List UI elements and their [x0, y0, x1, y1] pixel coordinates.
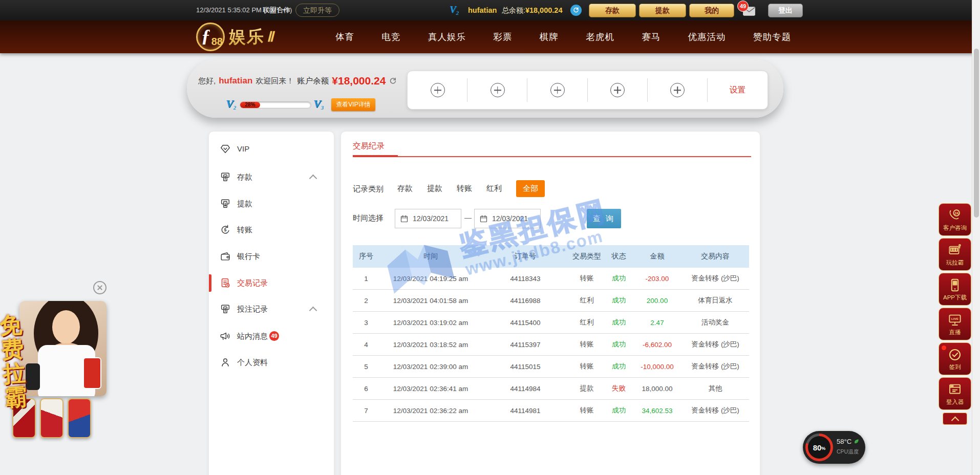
date-to-input[interactable]: 12/03/2021	[474, 209, 541, 228]
cell-order: 44115397	[482, 334, 569, 356]
withdraw-button[interactable]: 提款	[639, 4, 686, 17]
table-row: 3 12/03/2021 03:19:02 am 44115400 红利 成功 …	[353, 312, 749, 334]
col-status: 状态	[605, 245, 633, 268]
cell-amount: -6,602.00	[633, 334, 681, 356]
vip-num: 2	[456, 10, 459, 16]
cell-status: 成功	[605, 334, 633, 356]
search-button[interactable]: 查 询	[587, 209, 621, 228]
deposit-button[interactable]: 存款	[589, 4, 636, 17]
messages-button[interactable]: 49	[737, 1, 763, 20]
login-tool-icon	[947, 382, 963, 397]
chevron-up-icon	[951, 416, 959, 424]
sidebar-item-transaction-records[interactable]: 交易记录	[209, 273, 334, 293]
col-order: 订单号	[482, 245, 569, 268]
filter-option-deposit[interactable]: 存款	[397, 184, 413, 193]
nav-item-horse-racing[interactable]: 赛马	[642, 31, 661, 43]
sidebar-item-bank-card[interactable]: 银行卡	[209, 246, 334, 267]
quick-add-slot-2[interactable]	[467, 71, 527, 109]
page: 12/3/2021 5:35:02 PM (GMT +8) 联盟合作 立即升等 …	[0, 0, 980, 475]
filter-option-transfer[interactable]: 转账	[457, 184, 472, 193]
promo-thumbnail[interactable]	[40, 398, 63, 438]
nav-item-sports[interactable]: 体育	[335, 31, 354, 43]
sidebar-item-bet-records[interactable]: 投注记录	[209, 299, 334, 319]
promo-banner[interactable]: 免 费 拉 霸	[0, 298, 109, 446]
cell-time: 12/03/2021 03:18:52 am	[379, 334, 482, 356]
cell-type: 提款	[569, 378, 605, 400]
vip-current-v: V	[226, 97, 233, 110]
nav-item-lottery[interactable]: 彩票	[493, 31, 512, 43]
quick-add-slot-5[interactable]	[648, 71, 708, 109]
nav-item-board-games[interactable]: 棋牌	[540, 31, 559, 43]
vip-next-icon: V3	[313, 97, 324, 111]
cell-type: 转账	[569, 334, 605, 356]
filter-option-withdraw[interactable]: 提款	[427, 184, 442, 193]
tab-transaction-records[interactable]: 交易纪录	[353, 141, 385, 152]
live-stream-button[interactable]: LIVE 直播	[939, 308, 971, 340]
calendar-icon	[400, 214, 409, 223]
cell-type: 红利	[569, 290, 605, 312]
cpu-usage-value: 80%	[808, 436, 830, 459]
alliance-link[interactable]: 联盟合作	[263, 0, 290, 20]
collapse-menu-button[interactable]	[943, 413, 967, 425]
filter-option-bonus[interactable]: 红利	[486, 184, 502, 193]
float-label: 登入器	[946, 398, 964, 406]
nav-item-slots[interactable]: 老虎机	[586, 31, 614, 43]
filter-option-all-active[interactable]: 全部	[516, 180, 545, 197]
greeting: 您好, hufatian 欢迎回来！ 账户余额 ¥18,000.24	[198, 75, 397, 87]
logout-button[interactable]: 登出	[768, 4, 803, 17]
site-logo[interactable]: ƒ 88 娱乐 Ⅱ	[196, 20, 273, 53]
nav-item-live-casino[interactable]: 真人娱乐	[428, 31, 466, 43]
nav-item-esports[interactable]: 电竞	[381, 31, 400, 43]
slots-button[interactable]: 777 玩拉霸	[939, 238, 971, 271]
refresh-account-icon[interactable]	[389, 77, 397, 85]
customer-service-button[interactable]: 24 客户咨询	[939, 203, 971, 236]
upgrade-button[interactable]: 立即升等	[295, 4, 339, 17]
nav-item-sponsorship[interactable]: 赞助专题	[753, 31, 791, 43]
vip-detail-button[interactable]: 查看VIP详情	[331, 98, 375, 111]
plus-circle-icon	[610, 83, 625, 97]
cell-amount: -203.00	[633, 268, 681, 290]
refresh-balance-icon[interactable]	[570, 5, 582, 16]
promo-thumbnail[interactable]	[68, 398, 91, 438]
float-label: APP下载	[943, 294, 967, 301]
quick-add-slot-3[interactable]	[527, 71, 587, 109]
scrollbar-thumb[interactable]	[974, 49, 979, 218]
cell-amount: 2.47	[633, 312, 681, 334]
plus-circle-icon	[670, 83, 685, 97]
sidebar-item-deposit[interactable]: 存款	[209, 167, 334, 187]
cell-amount: -10,000.00	[633, 356, 681, 378]
vip-next-num: 3	[321, 104, 324, 111]
quick-add-slot-4[interactable]	[588, 71, 648, 109]
svg-text:7: 7	[951, 248, 952, 251]
page-scrollbar[interactable]	[972, 0, 980, 475]
cell-order: 44114981	[482, 400, 569, 422]
cell-time: 12/03/2021 02:36:22 am	[379, 400, 482, 422]
date-from-input[interactable]: 12/03/2021	[395, 209, 461, 228]
sidebar-item-messages[interactable]: 站内消息 49	[209, 326, 334, 347]
settings-link[interactable]: 设置	[708, 71, 768, 109]
nav-item-promotions[interactable]: 优惠活动	[688, 31, 726, 43]
sidebar-item-profile[interactable]: 个人资料	[209, 352, 334, 373]
transfer-icon: $	[220, 224, 231, 235]
record-type-label: 记录类别	[353, 184, 384, 194]
table-row: 6 12/03/2021 02:36:41 am 44114984 提款 失败 …	[353, 378, 749, 400]
svg-text:7: 7	[956, 248, 957, 251]
mine-button[interactable]: 我的	[689, 4, 734, 17]
app-download-button[interactable]: APP下载	[939, 273, 971, 306]
login-tool-button[interactable]: 登入器	[939, 377, 971, 410]
promo-char: 免	[0, 312, 29, 338]
sidebar-item-transfer[interactable]: $ 转账	[209, 220, 334, 240]
vip-current-icon: V2	[226, 97, 236, 111]
col-no: 序号	[353, 245, 379, 268]
promo-close-button[interactable]	[93, 281, 106, 294]
cell-content: 体育日返水	[681, 290, 749, 312]
quick-add-slot-1[interactable]	[408, 71, 467, 109]
sidebar-item-withdraw[interactable]: 提款	[209, 193, 334, 214]
table-row: 5 12/03/2021 02:39:00 am 44115015 转账 成功 …	[353, 356, 749, 378]
logo-text: 娱乐	[229, 26, 265, 49]
float-label: 签到	[949, 363, 961, 371]
settings-label: 设置	[729, 85, 745, 96]
col-type: 交易类型	[569, 245, 605, 268]
sidebar-item-vip[interactable]: VIP	[209, 139, 334, 159]
check-in-button[interactable]: 签到	[939, 342, 971, 375]
